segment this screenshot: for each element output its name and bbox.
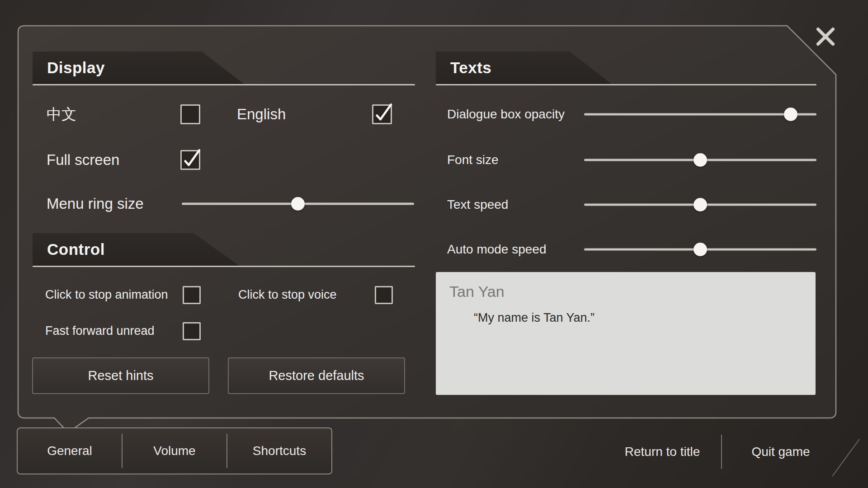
slider-track [584, 113, 816, 116]
text-speed-label: Text speed [447, 198, 508, 211]
restore-defaults-button[interactable]: Restore defaults [228, 357, 405, 394]
tab-general[interactable]: General [18, 428, 122, 474]
fullscreen-checkbox[interactable] [180, 150, 200, 170]
preview-speaker-name: Tan Yan [449, 284, 505, 299]
control-section-title: Control [47, 240, 105, 258]
bottom-actions: Return to title Quit game [604, 434, 843, 470]
slider-thumb[interactable] [693, 198, 707, 211]
texts-section-title: Texts [450, 59, 491, 77]
stop-voice-checkbox[interactable] [375, 286, 393, 304]
reset-hints-button[interactable]: Reset hints [32, 357, 209, 394]
slider-thumb[interactable] [291, 197, 305, 211]
menu-ring-size-label: Menu ring size [47, 196, 144, 211]
close-icon [814, 25, 837, 48]
settings-screen: Display 中文 English Full screen Menu ring… [0, 0, 868, 488]
slider-thumb[interactable] [784, 108, 797, 121]
quit-game-button[interactable]: Quit game [722, 434, 840, 470]
auto-mode-speed-label: Auto mode speed [447, 243, 547, 256]
tab-volume[interactable]: Volume [123, 428, 226, 474]
tab-shortcuts[interactable]: Shortcuts [227, 428, 331, 474]
language-chinese-checkbox[interactable] [180, 104, 200, 124]
language-english-label: English [237, 107, 286, 122]
checkmark-icon [373, 106, 391, 123]
font-size-slider[interactable] [584, 153, 816, 167]
language-english-checkbox[interactable] [372, 104, 392, 124]
slider-thumb[interactable] [693, 153, 707, 167]
fast-forward-checkbox[interactable] [183, 322, 201, 340]
return-to-title-button[interactable]: Return to title [604, 434, 721, 470]
stop-animation-label: Click to stop animation [45, 289, 168, 301]
display-section-rule [33, 84, 415, 85]
font-size-label: Font size [447, 154, 499, 166]
settings-tab-bar: General Volume Shortcuts [17, 427, 332, 474]
slider-thumb[interactable] [693, 243, 707, 256]
menu-ring-size-slider[interactable] [182, 197, 414, 211]
auto-mode-speed-slider[interactable] [584, 243, 816, 256]
text-speed-slider[interactable] [584, 198, 816, 211]
display-section-title: Display [47, 59, 105, 77]
dialogue-opacity-slider[interactable] [584, 108, 816, 121]
control-section-rule [33, 266, 415, 267]
close-button[interactable] [814, 25, 837, 48]
texts-section-rule [436, 84, 816, 85]
checkmark-icon [182, 151, 199, 169]
dialogue-opacity-label: Dialogue box opacity [447, 108, 565, 121]
language-chinese-label: 中文 [47, 107, 76, 122]
dialogue-preview-box: Tan Yan “My name is Tan Yan.” [436, 272, 816, 395]
stop-voice-label: Click to stop voice [238, 289, 337, 301]
fullscreen-label: Full screen [47, 152, 119, 167]
fast-forward-label: Fast forward unread [45, 325, 155, 337]
preview-dialogue-line: “My name is Tan Yan.” [474, 310, 594, 326]
stop-animation-checkbox[interactable] [183, 286, 201, 304]
